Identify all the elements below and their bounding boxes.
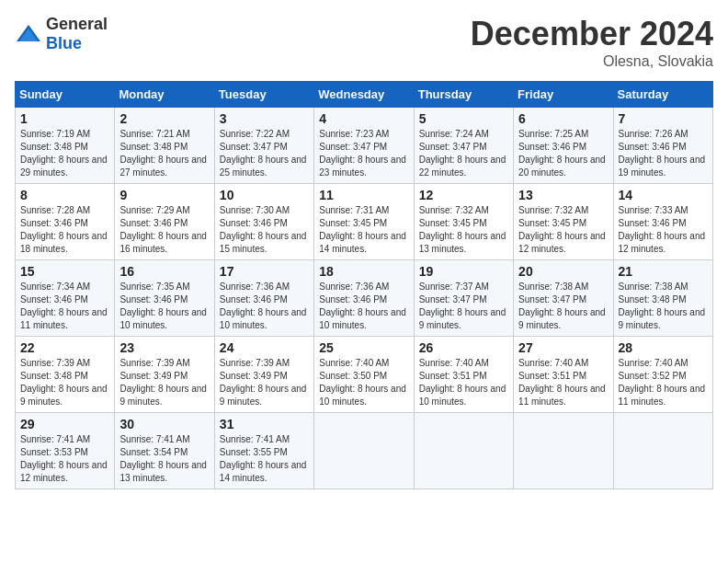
day-info: Sunrise: 7:38 AMSunset: 3:48 PMDaylight:… (619, 282, 706, 330)
calendar-day-cell: 17 Sunrise: 7:36 AMSunset: 3:46 PMDaylig… (214, 260, 313, 337)
weekday-header-friday: Friday (514, 82, 613, 108)
day-number: 5 (419, 111, 508, 126)
day-number: 17 (220, 264, 309, 279)
month-title: December 2024 (471, 15, 713, 53)
day-info: Sunrise: 7:39 AMSunset: 3:49 PMDaylight:… (220, 358, 307, 407)
weekday-header-row: SundayMondayTuesdayWednesdayThursdayFrid… (16, 82, 713, 108)
weekday-header-wednesday: Wednesday (314, 82, 414, 108)
day-number: 16 (119, 264, 209, 279)
calendar-day-cell: 21 Sunrise: 7:38 AMSunset: 3:48 PMDaylig… (613, 260, 712, 337)
day-info: Sunrise: 7:32 AMSunset: 3:45 PMDaylight:… (419, 205, 506, 254)
day-info: Sunrise: 7:26 AMSunset: 3:46 PMDaylight:… (619, 129, 706, 178)
day-number: 18 (319, 264, 408, 279)
day-number: 28 (619, 340, 708, 355)
day-number: 2 (119, 111, 209, 126)
calendar-day-cell: 4 Sunrise: 7:23 AMSunset: 3:47 PMDayligh… (314, 108, 414, 184)
day-number: 7 (619, 111, 708, 126)
day-info: Sunrise: 7:39 AMSunset: 3:48 PMDaylight:… (20, 358, 108, 407)
calendar-day-cell: 14 Sunrise: 7:33 AMSunset: 3:46 PMDaylig… (613, 184, 712, 260)
calendar-day-cell (613, 413, 712, 489)
day-number: 13 (518, 188, 608, 202)
page-header: General Blue December 2024 Olesna, Slova… (15, 15, 713, 70)
day-number: 3 (220, 111, 309, 126)
day-number: 4 (319, 111, 408, 126)
calendar-day-cell: 31 Sunrise: 7:41 AMSunset: 3:55 PMDaylig… (214, 413, 313, 489)
weekday-header-sunday: Sunday (16, 82, 115, 108)
calendar-table: SundayMondayTuesdayWednesdayThursdayFrid… (15, 81, 713, 489)
day-info: Sunrise: 7:41 AMSunset: 3:55 PMDaylight:… (220, 434, 307, 483)
logo: General Blue (15, 15, 108, 53)
calendar-day-cell: 11 Sunrise: 7:31 AMSunset: 3:45 PMDaylig… (314, 184, 414, 260)
day-info: Sunrise: 7:30 AMSunset: 3:46 PMDaylight:… (220, 205, 307, 254)
day-info: Sunrise: 7:40 AMSunset: 3:50 PMDaylight:… (319, 358, 406, 407)
calendar-day-cell: 16 Sunrise: 7:35 AMSunset: 3:46 PMDaylig… (115, 260, 214, 337)
weekday-header-monday: Monday (115, 82, 214, 108)
day-number: 23 (119, 340, 209, 355)
day-info: Sunrise: 7:40 AMSunset: 3:51 PMDaylight:… (518, 358, 606, 407)
day-number: 22 (20, 340, 109, 355)
calendar-day-cell: 2 Sunrise: 7:21 AMSunset: 3:48 PMDayligh… (115, 108, 214, 184)
day-info: Sunrise: 7:40 AMSunset: 3:52 PMDaylight:… (619, 358, 706, 407)
calendar-day-cell: 25 Sunrise: 7:40 AMSunset: 3:50 PMDaylig… (314, 337, 414, 413)
calendar-day-cell: 3 Sunrise: 7:22 AMSunset: 3:47 PMDayligh… (214, 108, 313, 184)
calendar-day-cell (414, 413, 513, 489)
day-number: 6 (518, 111, 608, 126)
day-number: 26 (419, 340, 508, 355)
calendar-day-cell: 27 Sunrise: 7:40 AMSunset: 3:51 PMDaylig… (514, 337, 613, 413)
calendar-day-cell: 13 Sunrise: 7:32 AMSunset: 3:45 PMDaylig… (514, 184, 613, 260)
day-info: Sunrise: 7:39 AMSunset: 3:49 PMDaylight:… (119, 358, 207, 407)
day-number: 30 (119, 417, 209, 431)
weekday-header-tuesday: Tuesday (214, 82, 313, 108)
calendar-day-cell: 20 Sunrise: 7:38 AMSunset: 3:47 PMDaylig… (514, 260, 613, 337)
calendar-day-cell: 10 Sunrise: 7:30 AMSunset: 3:46 PMDaylig… (214, 184, 313, 260)
calendar-day-cell: 26 Sunrise: 7:40 AMSunset: 3:51 PMDaylig… (414, 337, 513, 413)
day-number: 29 (20, 417, 109, 431)
day-number: 25 (319, 340, 408, 355)
calendar-week-row: 8 Sunrise: 7:28 AMSunset: 3:46 PMDayligh… (16, 184, 713, 260)
day-number: 14 (619, 188, 708, 202)
day-number: 15 (20, 264, 109, 279)
logo-text-general: General (46, 15, 108, 33)
calendar-day-cell: 6 Sunrise: 7:25 AMSunset: 3:46 PMDayligh… (514, 108, 613, 184)
day-number: 31 (220, 417, 309, 431)
day-info: Sunrise: 7:31 AMSunset: 3:45 PMDaylight:… (319, 205, 406, 254)
day-info: Sunrise: 7:19 AMSunset: 3:48 PMDaylight:… (20, 129, 108, 178)
calendar-day-cell: 28 Sunrise: 7:40 AMSunset: 3:52 PMDaylig… (613, 337, 712, 413)
calendar-week-row: 22 Sunrise: 7:39 AMSunset: 3:48 PMDaylig… (16, 337, 713, 413)
day-number: 10 (220, 188, 309, 202)
location-title: Olesna, Slovakia (471, 53, 713, 70)
day-number: 11 (319, 188, 408, 202)
calendar-week-row: 29 Sunrise: 7:41 AMSunset: 3:53 PMDaylig… (16, 413, 713, 489)
day-info: Sunrise: 7:35 AMSunset: 3:46 PMDaylight:… (119, 282, 207, 330)
day-number: 19 (419, 264, 508, 279)
day-info: Sunrise: 7:36 AMSunset: 3:46 PMDaylight:… (220, 282, 307, 330)
day-number: 1 (20, 111, 109, 126)
calendar-day-cell: 5 Sunrise: 7:24 AMSunset: 3:47 PMDayligh… (414, 108, 513, 184)
day-info: Sunrise: 7:25 AMSunset: 3:46 PMDaylight:… (518, 129, 606, 178)
weekday-header-saturday: Saturday (613, 82, 712, 108)
day-number: 27 (518, 340, 608, 355)
calendar-day-cell: 15 Sunrise: 7:34 AMSunset: 3:46 PMDaylig… (16, 260, 115, 337)
day-info: Sunrise: 7:34 AMSunset: 3:46 PMDaylight:… (20, 282, 108, 330)
day-info: Sunrise: 7:41 AMSunset: 3:54 PMDaylight:… (119, 434, 207, 483)
day-number: 9 (119, 188, 209, 202)
day-info: Sunrise: 7:33 AMSunset: 3:46 PMDaylight:… (619, 205, 706, 254)
calendar-day-cell: 22 Sunrise: 7:39 AMSunset: 3:48 PMDaylig… (16, 337, 115, 413)
logo-text-blue: Blue (46, 34, 82, 52)
weekday-header-thursday: Thursday (414, 82, 513, 108)
logo-icon (15, 23, 42, 45)
calendar-day-cell: 18 Sunrise: 7:36 AMSunset: 3:46 PMDaylig… (314, 260, 414, 337)
day-number: 12 (419, 188, 508, 202)
title-area: December 2024 Olesna, Slovakia (471, 15, 713, 70)
day-number: 20 (518, 264, 608, 279)
day-number: 24 (220, 340, 309, 355)
calendar-day-cell: 30 Sunrise: 7:41 AMSunset: 3:54 PMDaylig… (115, 413, 214, 489)
day-info: Sunrise: 7:28 AMSunset: 3:46 PMDaylight:… (20, 205, 108, 254)
calendar-day-cell: 7 Sunrise: 7:26 AMSunset: 3:46 PMDayligh… (613, 108, 712, 184)
calendar-day-cell: 9 Sunrise: 7:29 AMSunset: 3:46 PMDayligh… (115, 184, 214, 260)
day-info: Sunrise: 7:21 AMSunset: 3:48 PMDaylight:… (119, 129, 207, 178)
calendar-day-cell (514, 413, 613, 489)
calendar-day-cell: 8 Sunrise: 7:28 AMSunset: 3:46 PMDayligh… (16, 184, 115, 260)
day-info: Sunrise: 7:37 AMSunset: 3:47 PMDaylight:… (419, 282, 506, 330)
calendar-day-cell: 12 Sunrise: 7:32 AMSunset: 3:45 PMDaylig… (414, 184, 513, 260)
